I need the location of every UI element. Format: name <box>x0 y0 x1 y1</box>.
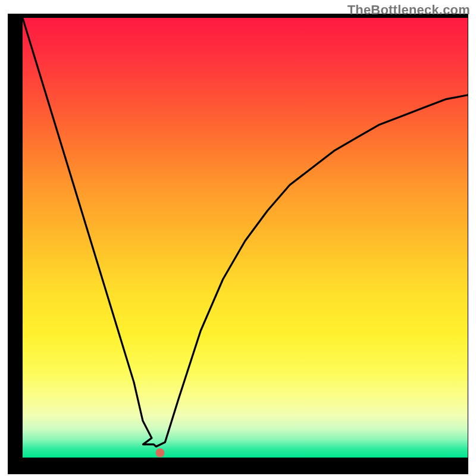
watermark-text: TheBottleneck.com <box>347 2 470 18</box>
chart-stage: TheBottleneck.com <box>0 0 476 476</box>
minimum-point-dot <box>156 448 165 457</box>
bottleneck-curve-path <box>23 18 468 447</box>
bottleneck-curve-svg <box>23 18 468 458</box>
chart-plot-area <box>23 18 468 458</box>
